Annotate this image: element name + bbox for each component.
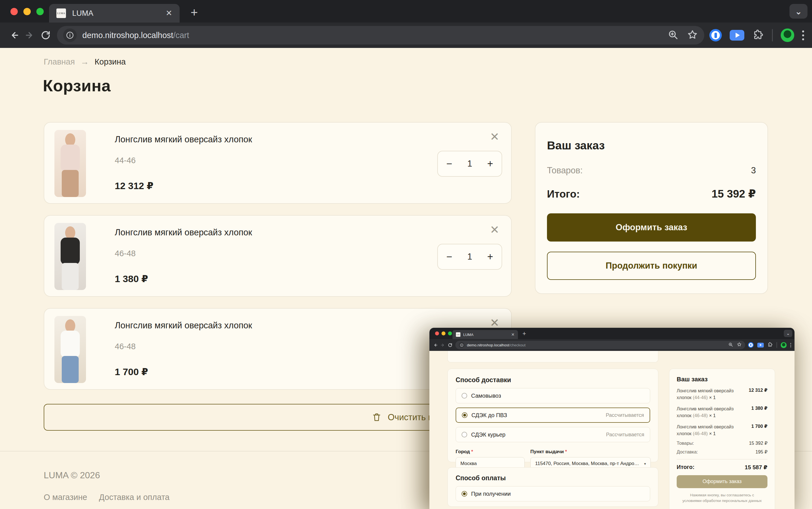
password-manager-icon[interactable] [748,342,754,348]
zoom-icon[interactable] [668,29,678,41]
required-mark: * [471,449,473,454]
browser-window-checkout[interactable]: LUMA LUMA ✕ + ⌄ demo.nitroshop.localhost… [429,328,794,509]
delivery-option-cdek-courier[interactable]: СДЭК курьер Рассчитывается [456,427,650,442]
extensions-puzzle-icon[interactable] [752,29,764,42]
checkout-page: Способ доставки Самовывоз СДЭК до ПВЗ Ра… [429,351,794,509]
footer-links: О магазине Доставка и оплата [44,493,169,502]
toolbar-separator [772,29,773,41]
close-window-button[interactable] [435,332,439,335]
checkout-submit-button[interactable]: Оформить заказ [677,475,768,488]
item-price: 12 312 ₽ [749,387,768,401]
reload-icon[interactable] [446,341,454,349]
new-tab-button[interactable]: + [191,6,198,19]
quantity-stepper: − 1 + [437,151,502,177]
continue-shopping-button[interactable]: Продолжить покупки [547,252,756,280]
profile-avatar[interactable] [781,29,794,42]
order-summary-panel: Ваш заказ Товаров: 3 Итого: 15 392 ₽ Офо… [535,122,768,294]
summary-item: Лонгслив мягкий оверсайз хлопок (46-48) … [677,406,768,419]
increase-qty-button[interactable]: + [487,251,493,263]
bookmark-star-icon[interactable] [687,29,698,41]
address-bar[interactable]: demo.nitroshop.localhost/cart [57,26,704,44]
product-image[interactable] [55,223,86,290]
url-text: demo.nitroshop.localhost/cart [82,31,668,40]
zoom-icon[interactable] [728,342,733,348]
radio-selected-icon[interactable] [461,491,467,497]
product-title[interactable]: Лонгслив мягкий оверсайз хлопок [115,320,252,331]
option-label: При получении [471,491,644,497]
total-value: 15 392 ₽ [712,188,756,200]
pickup-label: Пункт выдачи [530,449,564,454]
consent-disclaimer: Нажимая кнопку, вы соглашаетесь с услови… [677,493,768,504]
summary-item: Лонгслив мягкий оверсайз хлопок (46-48) … [677,423,768,437]
product-title[interactable]: Лонгслив мягкий оверсайз хлопок [115,228,252,238]
increase-qty-button[interactable]: + [487,158,493,170]
password-manager-icon[interactable] [709,29,722,41]
item-variant: (46-48) [693,413,708,418]
remove-item-icon[interactable]: ✕ [490,317,499,328]
tab-strip: LUMA LUMA ✕ + ⌄ [0,0,812,23]
maximize-window-button[interactable] [448,332,452,335]
delivery-option-pickup[interactable]: Самовывоз [456,388,650,403]
breadcrumb-arrow-icon: → [80,57,89,67]
bookmark-star-icon[interactable] [737,342,742,348]
back-icon[interactable] [432,341,439,349]
addressbar-right-icons [668,29,698,41]
site-info-icon[interactable] [63,29,77,42]
extensions-puzzle-icon[interactable] [768,342,773,348]
video-extension-icon[interactable] [730,30,744,41]
city-input[interactable] [460,461,520,467]
product-size: 46-48 [115,249,136,258]
site-info-icon[interactable] [459,342,464,348]
quantity-value: 1 [467,252,472,262]
product-title[interactable]: Лонгслив мягкий оверсайз хлопок [115,134,252,144]
address-bar[interactable]: demo.nitroshop.localhost/checkout [455,341,745,349]
close-window-button[interactable] [10,8,18,15]
tab-close-icon[interactable]: ✕ [166,9,172,17]
option-label: СДЭК курьер [471,432,606,438]
product-size: 44-46 [115,156,136,165]
footer-link-delivery[interactable]: Доставка и оплата [99,493,169,502]
tab-luma[interactable]: LUMA LUMA ✕ [49,4,180,23]
tab-search-button[interactable]: ⌄ [784,330,792,337]
payment-option-on-receipt[interactable]: При получении [456,486,650,501]
radio-selected-icon[interactable] [462,412,467,418]
minimize-window-button[interactable] [442,332,446,335]
tab-close-icon[interactable]: ✕ [511,333,515,337]
pickup-point-field: Пункт выдачи * 115470, Россия, Москва, М… [530,449,651,470]
pickup-selected-value: 115470, Россия, Москва, Москва, пр-т Анд… [535,461,641,467]
new-tab-button[interactable]: + [522,331,526,337]
cart-item-row: Лонгслив мягкий оверсайз хлопок 46-48 1 … [44,215,512,297]
breadcrumb-home-link[interactable]: Главная [44,57,75,67]
radio-icon[interactable] [461,393,467,399]
forward-icon[interactable] [439,341,446,349]
tab-search-button[interactable]: ⌄ [789,4,808,19]
delivery-value: 195 ₽ [755,449,768,454]
decrease-qty-button[interactable]: − [446,158,452,170]
delivery-option-cdek-pvz[interactable]: СДЭК до ПВЗ Рассчитывается [456,408,650,423]
remove-item-icon[interactable]: ✕ [490,131,499,142]
video-extension-icon[interactable] [757,343,764,347]
delivery-method-section: Способ доставки Самовывоз СДЭК до ПВЗ Ра… [448,369,658,462]
browser-menu-icon[interactable] [790,343,791,347]
total-label: Итого: [677,464,694,471]
product-image[interactable] [55,130,86,197]
back-icon[interactable] [6,27,22,43]
forward-icon[interactable] [22,27,38,43]
remove-item-icon[interactable]: ✕ [490,224,499,235]
decrease-qty-button[interactable]: − [446,251,452,263]
maximize-window-button[interactable] [36,8,44,15]
screen: LUMA LUMA ✕ + ⌄ demo.nitroshop.localhost… [0,0,812,509]
browser-menu-icon[interactable] [802,30,804,40]
delivery-fields: Город * Пункт выдачи * 115470, Россия, М… [456,449,650,470]
reload-icon[interactable] [38,27,54,43]
product-image[interactable] [55,316,86,383]
url-path: /cart [173,31,189,40]
summary-title: Ваш заказ [677,376,768,383]
profile-avatar[interactable] [781,342,787,348]
breadcrumb-current: Корзина [94,57,126,67]
footer-link-about[interactable]: О магазине [44,493,87,502]
minimize-window-button[interactable] [23,8,31,15]
radio-icon[interactable] [461,432,467,437]
tab-luma[interactable]: LUMA LUMA ✕ [453,330,518,339]
checkout-button[interactable]: Оформить заказ [547,213,756,241]
